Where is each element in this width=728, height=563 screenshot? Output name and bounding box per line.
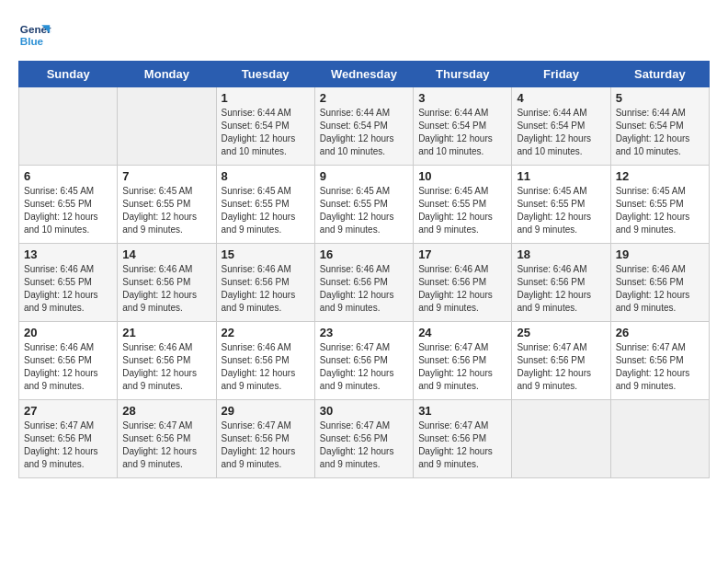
sunrise-text: Sunrise: 6:46 AM	[122, 342, 192, 352]
day-number: 3	[418, 91, 506, 105]
day-info: Sunrise: 6:45 AM Sunset: 6:55 PM Dayligh…	[616, 185, 704, 236]
day-info: Sunrise: 6:47 AM Sunset: 6:56 PM Dayligh…	[320, 341, 408, 393]
sunrise-text: Sunrise: 6:47 AM	[616, 342, 686, 352]
calendar-cell: 11 Sunrise: 6:45 AM Sunset: 6:55 PM Dayl…	[512, 166, 610, 244]
logo-icon: General Blue	[18, 18, 51, 52]
sunset-text: Sunset: 6:56 PM	[222, 277, 290, 287]
daylight-text: Daylight: 12 hours and 10 minutes.	[616, 133, 690, 156]
day-info: Sunrise: 6:46 AM Sunset: 6:56 PM Dayligh…	[320, 263, 408, 315]
day-info: Sunrise: 6:47 AM Sunset: 6:56 PM Dayligh…	[517, 341, 605, 393]
calendar-cell: 19 Sunrise: 6:46 AM Sunset: 6:56 PM Dayl…	[610, 244, 709, 322]
sunrise-text: Sunrise: 6:45 AM	[517, 186, 586, 196]
day-info: Sunrise: 6:46 AM Sunset: 6:56 PM Dayligh…	[616, 263, 704, 315]
sunset-text: Sunset: 6:56 PM	[222, 355, 290, 365]
day-number: 31	[418, 404, 506, 418]
calendar-cell: 22 Sunrise: 6:46 AM Sunset: 6:56 PM Dayl…	[216, 322, 314, 400]
sunset-text: Sunset: 6:55 PM	[320, 199, 388, 209]
day-number: 13	[24, 247, 112, 261]
daylight-text: Daylight: 12 hours and 9 minutes.	[517, 212, 591, 235]
day-info: Sunrise: 6:47 AM Sunset: 6:56 PM Dayligh…	[418, 341, 506, 393]
day-info: Sunrise: 6:47 AM Sunset: 6:56 PM Dayligh…	[418, 419, 506, 471]
daylight-text: Daylight: 12 hours and 9 minutes.	[616, 212, 690, 235]
day-number: 7	[122, 169, 210, 183]
daylight-text: Daylight: 12 hours and 10 minutes.	[222, 133, 296, 156]
calendar-cell	[19, 87, 118, 166]
svg-text:Blue: Blue	[20, 35, 44, 47]
sunset-text: Sunset: 6:56 PM	[24, 433, 92, 443]
calendar-cell: 3 Sunrise: 6:44 AM Sunset: 6:54 PM Dayli…	[414, 87, 512, 166]
sunset-text: Sunset: 6:56 PM	[616, 355, 684, 365]
calendar-cell: 14 Sunrise: 6:46 AM Sunset: 6:56 PM Dayl…	[118, 244, 216, 322]
logo: General Blue	[18, 18, 55, 52]
sunset-text: Sunset: 6:56 PM	[418, 277, 486, 287]
calendar-cell: 30 Sunrise: 6:47 AM Sunset: 6:56 PM Dayl…	[314, 400, 413, 478]
day-number: 17	[418, 247, 506, 261]
sunset-text: Sunset: 6:56 PM	[418, 355, 486, 365]
day-of-week-header: Saturday	[610, 62, 709, 87]
calendar-cell: 9 Sunrise: 6:45 AM Sunset: 6:55 PM Dayli…	[314, 166, 413, 244]
day-number: 27	[24, 404, 112, 418]
calendar-cell: 13 Sunrise: 6:46 AM Sunset: 6:55 PM Dayl…	[19, 244, 118, 322]
sunset-text: Sunset: 6:56 PM	[122, 355, 190, 365]
calendar-cell: 4 Sunrise: 6:44 AM Sunset: 6:54 PM Dayli…	[512, 87, 610, 166]
day-info: Sunrise: 6:46 AM Sunset: 6:56 PM Dayligh…	[122, 263, 210, 315]
sunrise-text: Sunrise: 6:44 AM	[418, 108, 488, 118]
sunrise-text: Sunrise: 6:47 AM	[320, 420, 390, 431]
sunset-text: Sunset: 6:56 PM	[517, 277, 585, 287]
sunset-text: Sunset: 6:56 PM	[320, 355, 388, 365]
calendar-cell: 2 Sunrise: 6:44 AM Sunset: 6:54 PM Dayli…	[314, 87, 413, 166]
sunset-text: Sunset: 6:54 PM	[320, 121, 388, 131]
day-of-week-header: Wednesday	[314, 62, 413, 87]
sunrise-text: Sunrise: 6:46 AM	[616, 264, 686, 274]
calendar-cell: 1 Sunrise: 6:44 AM Sunset: 6:54 PM Dayli…	[216, 87, 314, 166]
day-info: Sunrise: 6:45 AM Sunset: 6:55 PM Dayligh…	[418, 185, 506, 236]
day-info: Sunrise: 6:44 AM Sunset: 6:54 PM Dayligh…	[320, 107, 408, 158]
calendar-cell: 31 Sunrise: 6:47 AM Sunset: 6:56 PM Dayl…	[414, 400, 512, 478]
day-number: 19	[616, 247, 704, 261]
daylight-text: Daylight: 12 hours and 9 minutes.	[418, 368, 493, 391]
day-info: Sunrise: 6:47 AM Sunset: 6:56 PM Dayligh…	[24, 419, 112, 471]
page-header: General Blue	[18, 18, 710, 52]
day-info: Sunrise: 6:44 AM Sunset: 6:54 PM Dayligh…	[517, 107, 605, 158]
daylight-text: Daylight: 12 hours and 9 minutes.	[222, 446, 296, 469]
calendar-cell: 17 Sunrise: 6:46 AM Sunset: 6:56 PM Dayl…	[414, 244, 512, 322]
daylight-text: Daylight: 12 hours and 9 minutes.	[122, 290, 197, 313]
calendar-cell: 21 Sunrise: 6:46 AM Sunset: 6:56 PM Dayl…	[118, 322, 216, 400]
calendar-cell	[118, 87, 216, 166]
day-number: 29	[222, 404, 310, 418]
day-number: 21	[122, 326, 210, 339]
sunset-text: Sunset: 6:56 PM	[418, 433, 486, 443]
day-of-week-header: Monday	[118, 62, 216, 87]
sunrise-text: Sunrise: 6:46 AM	[222, 264, 291, 274]
sunrise-text: Sunrise: 6:45 AM	[24, 186, 94, 196]
day-info: Sunrise: 6:45 AM Sunset: 6:55 PM Dayligh…	[517, 185, 605, 236]
day-of-week-header: Tuesday	[216, 62, 314, 87]
sunrise-text: Sunrise: 6:47 AM	[320, 342, 390, 352]
sunset-text: Sunset: 6:54 PM	[616, 121, 684, 131]
calendar-cell: 20 Sunrise: 6:46 AM Sunset: 6:56 PM Dayl…	[19, 322, 118, 400]
calendar-cell: 27 Sunrise: 6:47 AM Sunset: 6:56 PM Dayl…	[19, 400, 118, 478]
daylight-text: Daylight: 12 hours and 9 minutes.	[222, 368, 296, 391]
daylight-text: Daylight: 12 hours and 9 minutes.	[616, 290, 690, 313]
calendar-cell: 16 Sunrise: 6:46 AM Sunset: 6:56 PM Dayl…	[314, 244, 413, 322]
daylight-text: Daylight: 12 hours and 9 minutes.	[122, 368, 197, 391]
calendar-week-row: 1 Sunrise: 6:44 AM Sunset: 6:54 PM Dayli…	[19, 87, 710, 166]
day-number: 6	[24, 169, 112, 183]
daylight-text: Daylight: 12 hours and 10 minutes.	[517, 133, 591, 156]
daylight-text: Daylight: 12 hours and 9 minutes.	[517, 368, 591, 391]
calendar-cell: 15 Sunrise: 6:46 AM Sunset: 6:56 PM Dayl…	[216, 244, 314, 322]
day-number: 2	[320, 91, 408, 105]
sunrise-text: Sunrise: 6:46 AM	[517, 264, 586, 274]
calendar-cell	[610, 400, 709, 478]
sunrise-text: Sunrise: 6:44 AM	[616, 108, 686, 118]
calendar-cell: 28 Sunrise: 6:47 AM Sunset: 6:56 PM Dayl…	[118, 400, 216, 478]
day-info: Sunrise: 6:45 AM Sunset: 6:55 PM Dayligh…	[24, 185, 112, 236]
sunrise-text: Sunrise: 6:44 AM	[517, 108, 586, 118]
calendar-cell: 29 Sunrise: 6:47 AM Sunset: 6:56 PM Dayl…	[216, 400, 314, 478]
sunrise-text: Sunrise: 6:46 AM	[122, 264, 192, 274]
day-info: Sunrise: 6:46 AM Sunset: 6:56 PM Dayligh…	[418, 263, 506, 315]
day-info: Sunrise: 6:45 AM Sunset: 6:55 PM Dayligh…	[222, 185, 310, 236]
day-number: 16	[320, 247, 408, 261]
sunset-text: Sunset: 6:54 PM	[517, 121, 585, 131]
calendar-cell: 26 Sunrise: 6:47 AM Sunset: 6:56 PM Dayl…	[610, 322, 709, 400]
